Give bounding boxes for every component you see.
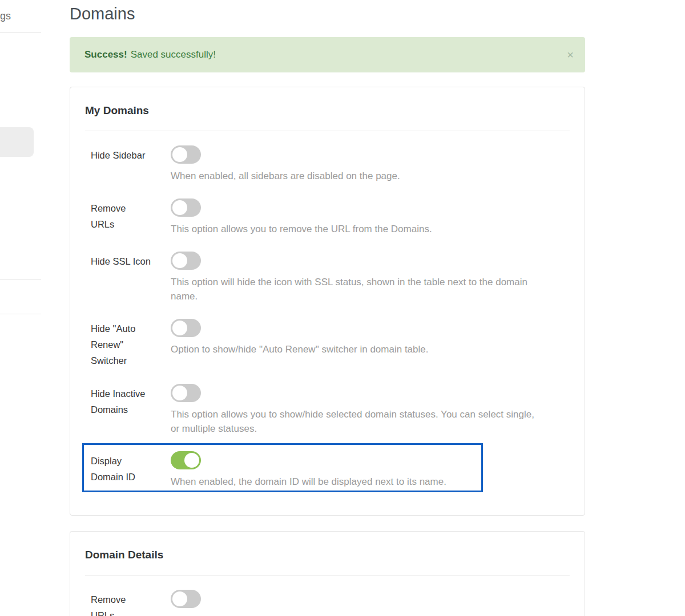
setting-control: This option allows you to remove the URL… [171, 198, 570, 236]
toggle-switch[interactable] [171, 384, 201, 402]
sidebar-divider [0, 314, 41, 314]
setting-description: This option will hide the icon with SSL … [171, 275, 536, 303]
sidebar: gs [0, 0, 41, 616]
setting-row: Display Domain ID When enabled, the doma… [85, 451, 570, 489]
alert-strong-text: Success! [84, 49, 127, 60]
setting-row: Hide Sidebar When enabled, all sidebars … [85, 145, 570, 183]
setting-label: Hide "Auto Renew" Switcher [85, 319, 171, 368]
toggle-switch[interactable] [171, 145, 201, 164]
setting-label: Hide Sidebar [85, 145, 171, 183]
toggle-switch[interactable] [171, 252, 201, 270]
setting-row: Hide SSL Icon This option will hide the … [85, 252, 570, 303]
toggle-knob [172, 147, 187, 162]
alert-message: Saved successfully! [131, 49, 216, 60]
setting-control: Option to show/hide "Auto Renew" switche… [171, 319, 570, 368]
toggle-knob [172, 386, 187, 400]
settings-list: Remove URLs [85, 576, 570, 616]
setting-label: Display Domain ID [85, 451, 171, 489]
close-icon[interactable]: × [567, 49, 574, 60]
toggle-knob [172, 591, 187, 606]
card-title: Domain Details [85, 548, 570, 576]
toggle-switch[interactable] [171, 590, 201, 608]
setting-control: When enabled, the domain ID will be disp… [171, 451, 570, 489]
settings-list: Hide Sidebar When enabled, all sidebars … [85, 131, 570, 489]
main-content: Domains Success! Saved successfully! × M… [70, 0, 585, 616]
setting-row: Hide "Auto Renew" Switcher Option to sho… [85, 319, 570, 368]
setting-row: Remove URLs This option allows you to re… [85, 198, 570, 236]
setting-row: Hide Inactive Domains This option allows… [85, 384, 570, 436]
sidebar-active-item[interactable] [0, 127, 34, 157]
sidebar-divider [0, 33, 41, 33]
setting-label: Remove URLs [85, 198, 171, 236]
card-my-domains: My Domains Hide Sidebar When enabled, al… [70, 87, 585, 516]
setting-row: Remove URLs [85, 590, 570, 616]
toggle-knob [172, 253, 187, 268]
sidebar-divider [0, 279, 41, 279]
toggle-switch[interactable] [171, 319, 201, 337]
setting-control: This option allows you to show/hide sele… [171, 384, 570, 436]
setting-control: When enabled, all sidebars are disabled … [171, 145, 570, 183]
sidebar-item-label-partial[interactable]: gs [0, 10, 11, 22]
setting-label: Remove URLs [85, 590, 171, 616]
setting-control: This option will hide the icon with SSL … [171, 252, 570, 303]
setting-description: This option allows you to remove the URL… [171, 222, 536, 236]
toggle-knob [184, 453, 199, 468]
setting-label: Hide SSL Icon [85, 252, 171, 303]
setting-description: Option to show/hide "Auto Renew" switche… [171, 342, 536, 356]
setting-description: When enabled, all sidebars are disabled … [171, 169, 536, 183]
setting-description: This option allows you to show/hide sele… [171, 407, 536, 436]
toggle-knob [172, 321, 187, 335]
page-title: Domains [70, 2, 585, 25]
toggle-switch[interactable] [171, 198, 201, 217]
setting-description: When enabled, the domain ID will be disp… [171, 475, 536, 489]
card-title: My Domains [85, 103, 570, 131]
toggle-knob [172, 200, 187, 215]
setting-control [171, 590, 570, 616]
card-domain-details: Domain Details Remove URLs [70, 531, 585, 616]
toggle-switch[interactable] [171, 451, 201, 469]
setting-label: Hide Inactive Domains [85, 384, 171, 436]
success-alert: Success! Saved successfully! × [70, 37, 585, 72]
